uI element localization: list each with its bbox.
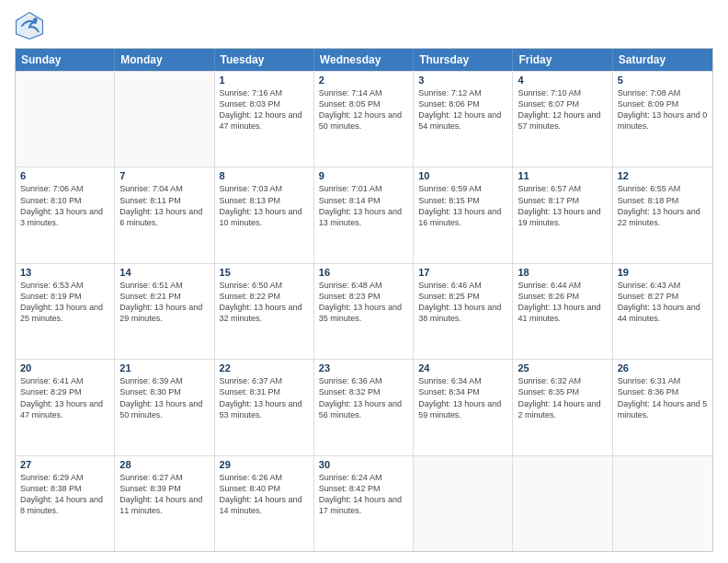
calendar-cell: 24Sunrise: 6:34 AM Sunset: 8:34 PM Dayli… <box>414 360 513 454</box>
day-number: 8 <box>220 170 309 181</box>
day-info: Sunrise: 7:08 AM Sunset: 8:09 PM Dayligh… <box>618 87 708 132</box>
logo-icon <box>15 11 44 40</box>
calendar-cell: 22Sunrise: 6:37 AM Sunset: 8:31 PM Dayli… <box>215 360 314 454</box>
day-number: 20 <box>20 362 109 373</box>
day-info: Sunrise: 6:44 AM Sunset: 8:26 PM Dayligh… <box>518 280 607 325</box>
calendar: SundayMondayTuesdayWednesdayThursdayFrid… <box>15 48 713 552</box>
calendar-cell: 10Sunrise: 6:59 AM Sunset: 8:15 PM Dayli… <box>414 167 513 262</box>
calendar-cell: 25Sunrise: 6:32 AM Sunset: 8:35 PM Dayli… <box>513 360 612 454</box>
day-number: 21 <box>119 362 209 373</box>
day-info: Sunrise: 6:41 AM Sunset: 8:29 PM Dayligh… <box>20 375 109 420</box>
calendar-row-2: 13Sunrise: 6:53 AM Sunset: 8:19 PM Dayli… <box>16 263 712 359</box>
calendar-cell: 17Sunrise: 6:46 AM Sunset: 8:25 PM Dayli… <box>414 264 513 359</box>
calendar-cell: 14Sunrise: 6:51 AM Sunset: 8:21 PM Dayli… <box>115 264 214 359</box>
day-info: Sunrise: 6:29 AM Sunset: 8:38 PM Dayligh… <box>20 472 109 517</box>
day-number: 1 <box>220 75 309 86</box>
day-number: 4 <box>518 75 607 86</box>
calendar-cell: 2Sunrise: 7:14 AM Sunset: 8:05 PM Daylig… <box>314 72 414 167</box>
calendar-row-3: 20Sunrise: 6:41 AM Sunset: 8:29 PM Dayli… <box>16 359 712 454</box>
day-number: 24 <box>418 362 507 373</box>
day-number: 11 <box>518 170 607 181</box>
header-day-friday: Friday <box>513 49 612 71</box>
calendar-row-4: 27Sunrise: 6:29 AM Sunset: 8:38 PM Dayli… <box>16 455 712 551</box>
calendar-cell: 13Sunrise: 6:53 AM Sunset: 8:19 PM Dayli… <box>16 264 115 359</box>
day-number: 7 <box>119 170 209 181</box>
calendar-cell: 5Sunrise: 7:08 AM Sunset: 8:09 PM Daylig… <box>613 72 712 167</box>
page: SundayMondayTuesdayWednesdayThursdayFrid… <box>0 0 728 563</box>
day-info: Sunrise: 6:26 AM Sunset: 8:40 PM Dayligh… <box>220 472 309 517</box>
day-number: 22 <box>220 362 309 373</box>
header-day-sunday: Sunday <box>16 49 115 71</box>
day-number: 3 <box>418 75 507 86</box>
day-info: Sunrise: 6:31 AM Sunset: 8:36 PM Dayligh… <box>618 375 708 420</box>
day-info: Sunrise: 6:37 AM Sunset: 8:31 PM Dayligh… <box>220 375 309 420</box>
day-number: 6 <box>20 170 109 181</box>
calendar-cell: 9Sunrise: 7:01 AM Sunset: 8:14 PM Daylig… <box>314 167 414 262</box>
day-number: 18 <box>518 267 607 278</box>
calendar-cell <box>414 456 513 551</box>
calendar-cell: 19Sunrise: 6:43 AM Sunset: 8:27 PM Dayli… <box>613 264 712 359</box>
calendar-cell: 18Sunrise: 6:44 AM Sunset: 8:26 PM Dayli… <box>513 264 612 359</box>
day-info: Sunrise: 7:12 AM Sunset: 8:06 PM Dayligh… <box>418 87 507 132</box>
day-info: Sunrise: 7:16 AM Sunset: 8:03 PM Dayligh… <box>220 87 309 132</box>
calendar-cell: 16Sunrise: 6:48 AM Sunset: 8:23 PM Dayli… <box>314 264 414 359</box>
day-info: Sunrise: 6:46 AM Sunset: 8:25 PM Dayligh… <box>418 280 507 325</box>
day-number: 16 <box>319 267 408 278</box>
day-number: 28 <box>119 459 209 470</box>
day-number: 26 <box>618 362 708 373</box>
calendar-cell: 3Sunrise: 7:12 AM Sunset: 8:06 PM Daylig… <box>414 72 513 167</box>
logo <box>15 11 48 40</box>
day-info: Sunrise: 7:10 AM Sunset: 8:07 PM Dayligh… <box>518 87 607 132</box>
day-number: 27 <box>20 459 109 470</box>
calendar-cell: 11Sunrise: 6:57 AM Sunset: 8:17 PM Dayli… <box>513 167 612 262</box>
header <box>15 11 713 40</box>
day-number: 17 <box>418 267 507 278</box>
day-number: 29 <box>220 459 309 470</box>
day-info: Sunrise: 6:43 AM Sunset: 8:27 PM Dayligh… <box>618 280 708 325</box>
calendar-cell <box>16 72 115 167</box>
header-day-saturday: Saturday <box>613 49 712 71</box>
calendar-cell: 1Sunrise: 7:16 AM Sunset: 8:03 PM Daylig… <box>215 72 314 167</box>
header-day-wednesday: Wednesday <box>314 49 414 71</box>
calendar-cell: 23Sunrise: 6:36 AM Sunset: 8:32 PM Dayli… <box>314 360 414 454</box>
calendar-cell: 6Sunrise: 7:06 AM Sunset: 8:10 PM Daylig… <box>16 167 115 262</box>
day-number: 14 <box>119 267 209 278</box>
day-info: Sunrise: 6:59 AM Sunset: 8:15 PM Dayligh… <box>418 183 507 228</box>
calendar-cell: 20Sunrise: 6:41 AM Sunset: 8:29 PM Dayli… <box>16 360 115 454</box>
calendar-cell: 15Sunrise: 6:50 AM Sunset: 8:22 PM Dayli… <box>215 264 314 359</box>
day-number: 10 <box>418 170 507 181</box>
header-day-monday: Monday <box>115 49 214 71</box>
header-day-thursday: Thursday <box>414 49 513 71</box>
day-number: 19 <box>618 267 708 278</box>
day-info: Sunrise: 7:04 AM Sunset: 8:11 PM Dayligh… <box>119 183 209 228</box>
day-number: 9 <box>319 170 408 181</box>
day-info: Sunrise: 7:14 AM Sunset: 8:05 PM Dayligh… <box>319 87 408 132</box>
day-info: Sunrise: 6:32 AM Sunset: 8:35 PM Dayligh… <box>518 375 607 420</box>
calendar-row-1: 6Sunrise: 7:06 AM Sunset: 8:10 PM Daylig… <box>16 167 712 262</box>
calendar-cell <box>513 456 612 551</box>
svg-point-2 <box>33 17 38 22</box>
day-number: 13 <box>20 267 109 278</box>
day-info: Sunrise: 6:55 AM Sunset: 8:18 PM Dayligh… <box>618 183 708 228</box>
calendar-cell: 27Sunrise: 6:29 AM Sunset: 8:38 PM Dayli… <box>16 456 115 551</box>
day-info: Sunrise: 6:51 AM Sunset: 8:21 PM Dayligh… <box>119 280 209 325</box>
calendar-cell: 26Sunrise: 6:31 AM Sunset: 8:36 PM Dayli… <box>613 360 712 454</box>
day-number: 12 <box>618 170 708 181</box>
day-info: Sunrise: 6:34 AM Sunset: 8:34 PM Dayligh… <box>418 375 507 420</box>
day-info: Sunrise: 6:27 AM Sunset: 8:39 PM Dayligh… <box>119 472 209 517</box>
day-number: 5 <box>618 75 708 86</box>
calendar-header: SundayMondayTuesdayWednesdayThursdayFrid… <box>16 49 712 71</box>
day-info: Sunrise: 7:03 AM Sunset: 8:13 PM Dayligh… <box>220 183 309 228</box>
day-info: Sunrise: 6:50 AM Sunset: 8:22 PM Dayligh… <box>220 280 309 325</box>
calendar-cell: 28Sunrise: 6:27 AM Sunset: 8:39 PM Dayli… <box>115 456 214 551</box>
calendar-cell: 8Sunrise: 7:03 AM Sunset: 8:13 PM Daylig… <box>215 167 314 262</box>
calendar-cell: 21Sunrise: 6:39 AM Sunset: 8:30 PM Dayli… <box>115 360 214 454</box>
day-info: Sunrise: 6:53 AM Sunset: 8:19 PM Dayligh… <box>20 280 109 325</box>
day-number: 30 <box>319 459 408 470</box>
day-info: Sunrise: 7:06 AM Sunset: 8:10 PM Dayligh… <box>20 183 109 228</box>
calendar-cell <box>115 72 214 167</box>
day-info: Sunrise: 6:24 AM Sunset: 8:42 PM Dayligh… <box>319 472 408 517</box>
calendar-cell: 7Sunrise: 7:04 AM Sunset: 8:11 PM Daylig… <box>115 167 214 262</box>
calendar-cell: 12Sunrise: 6:55 AM Sunset: 8:18 PM Dayli… <box>613 167 712 262</box>
day-info: Sunrise: 6:36 AM Sunset: 8:32 PM Dayligh… <box>319 375 408 420</box>
